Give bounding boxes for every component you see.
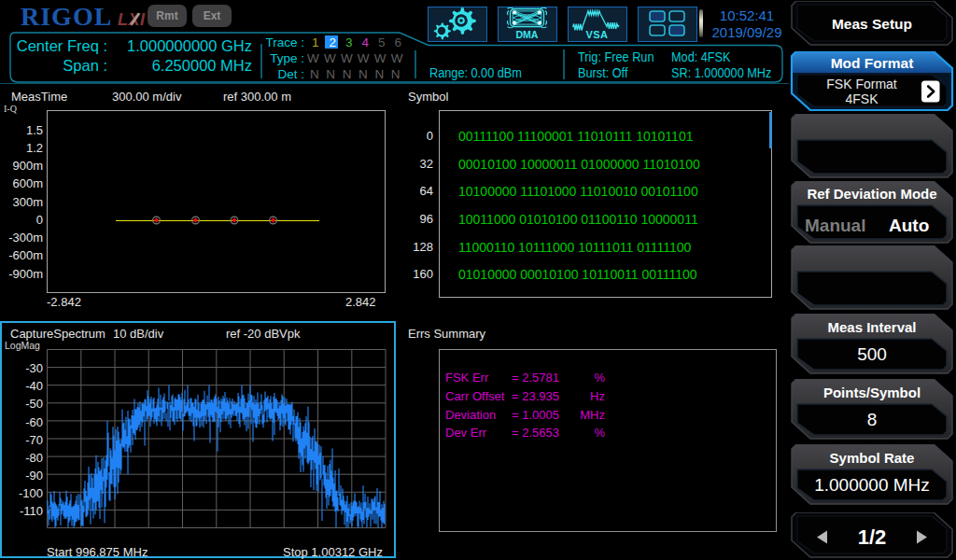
svg-text:VSA: VSA — [585, 29, 608, 40]
svg-text:DMA: DMA — [516, 29, 539, 40]
